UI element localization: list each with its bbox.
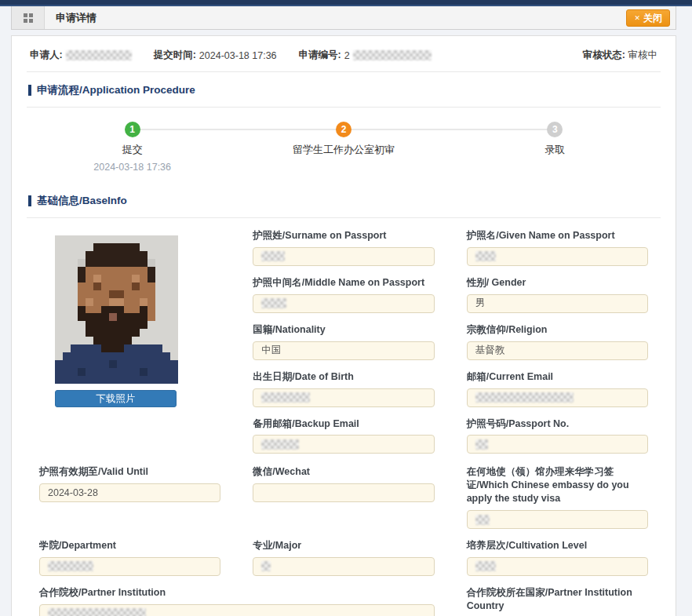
field-cultivation-level: 培养层次/Cultivation Level [467, 539, 648, 576]
application-no-redacted-value [353, 50, 432, 60]
surname-input[interactable] [253, 247, 434, 266]
divider [27, 107, 661, 108]
field-nationality: 国籍/Nationality 中国 [253, 323, 434, 360]
section-bar [28, 195, 31, 206]
base-info-row-a: 下载照片 护照姓/Surname on Passport 护照中间名/Middl… [27, 229, 661, 464]
photo-cell: 下载照片 [39, 229, 220, 464]
valid-until-input[interactable]: 2024-03-28 [39, 483, 220, 502]
passport-no-input[interactable] [467, 435, 648, 454]
application-no-prefix: 2 [344, 50, 350, 61]
procedure-stepper: 1 提交 2024-03-18 17:36 2 留学生工作办公室初审 3 录取 [27, 122, 661, 183]
field-current-email: 邮箱/Current Email [467, 370, 648, 407]
base-info-col-right: 护照名/Given Name on Passport 性别/ Gender 男 … [467, 229, 648, 464]
backup-email-input[interactable] [253, 435, 434, 454]
field-department: 学院/Department [39, 539, 220, 576]
date-of-birth-input[interactable] [253, 388, 434, 407]
base-info-row-d: 合作院校/Partner Institution 合作院校所在国家/Partne… [27, 586, 661, 616]
field-middle-name: 护照中间名/Middle Name on Passport [253, 276, 434, 313]
wechat-input[interactable] [253, 483, 434, 502]
grid-icon [24, 13, 33, 23]
close-label: 关闭 [643, 12, 662, 25]
field-religion: 宗教信仰/Religion 基督教 [467, 323, 648, 360]
applicant-photo [55, 235, 178, 384]
field-date-of-birth: 出生日期/Date of Birth [253, 370, 434, 407]
step-submitted: 1 提交 2024-03-18 17:36 [27, 122, 238, 173]
current-email-input[interactable] [467, 388, 648, 407]
review-status-label: 审核状态: [583, 49, 625, 60]
partner-institution-input[interactable] [39, 604, 435, 616]
section-title: 申请流程/Application Procedure [37, 83, 195, 97]
field-major: 专业/Major [253, 539, 434, 576]
close-icon: ✕ [634, 14, 640, 22]
divider [27, 71, 661, 72]
middle-name-input[interactable] [253, 294, 434, 313]
field-gender: 性别/ Gender 男 [467, 276, 648, 313]
field-embassy: 在何地使（领）馆办理来华学习签证/Which Chinese embassy d… [467, 465, 648, 529]
step-label: 留学生工作办公室初审 [238, 143, 449, 157]
divider [27, 217, 661, 218]
department-input[interactable] [39, 557, 220, 576]
section-title: 基础信息/BaseInfo [37, 194, 127, 208]
field-valid-until: 护照有效期至/Valid Until 2024-03-28 [39, 465, 220, 529]
menu-grid-iconbox[interactable] [12, 6, 45, 29]
section-bar [28, 85, 31, 96]
field-surname: 护照姓/Surname on Passport [253, 229, 434, 266]
gender-input[interactable]: 男 [467, 294, 648, 313]
top-navbar [0, 0, 692, 6]
major-input[interactable] [253, 557, 434, 576]
submit-time-field: 提交时间: 2024-03-18 17:36 [154, 49, 277, 62]
step-label: 提交 [27, 143, 238, 157]
embassy-input[interactable] [467, 510, 648, 529]
step-office-review: 2 留学生工作办公室初审 [238, 122, 449, 173]
application-meta-row: 申请人: 提交时间: 2024-03-18 17:36 申请编号: 2 审核状态… [27, 46, 661, 62]
page-titlebar: 申请详情 ✕ 关闭 [11, 6, 676, 30]
section-base-info: 基础信息/BaseInfo [28, 194, 661, 208]
field-partner-country: 合作院校所在国家/Partner Institution Country [467, 586, 648, 616]
download-photo-button[interactable]: 下载照片 [55, 390, 177, 407]
review-status-field: 审核状态: 审核中 [583, 49, 657, 62]
submit-time-value: 2024-03-18 17:36 [199, 50, 277, 61]
field-backup-email: 备用邮箱/Backup Email [253, 417, 434, 454]
step-label: 录取 [450, 143, 661, 157]
base-info-row-b: 护照有效期至/Valid Until 2024-03-28 微信/Wechat … [27, 465, 661, 539]
given-name-input[interactable] [467, 247, 648, 266]
religion-input[interactable]: 基督教 [467, 341, 648, 360]
step-time: 2024-03-18 17:36 [27, 162, 238, 173]
step-circle-done: 1 [125, 122, 140, 137]
applicant-label: 申请人: [30, 49, 63, 62]
base-info-row-c: 学院/Department 专业/Major 培养层次/Cultivation … [27, 539, 661, 586]
review-status-value: 审核中 [628, 49, 658, 60]
nationality-input[interactable]: 中国 [253, 341, 434, 360]
close-button[interactable]: ✕ 关闭 [626, 9, 670, 27]
field-given-name: 护照名/Given Name on Passport [467, 229, 648, 266]
cultivation-level-input[interactable] [467, 557, 648, 576]
application-no-field: 申请编号: 2 [299, 49, 432, 62]
field-partner-institution: 合作院校/Partner Institution [39, 586, 435, 616]
field-passport-no: 护照号码/Passport No. [467, 417, 648, 454]
base-info-col-middle: 护照姓/Surname on Passport 护照中间名/Middle Nam… [253, 229, 434, 464]
submit-time-label: 提交时间: [154, 49, 196, 62]
field-wechat: 微信/Wechat [253, 465, 434, 529]
applicant-field: 申请人: [30, 49, 132, 62]
application-detail-card: 申请人: 提交时间: 2024-03-18 17:36 申请编号: 2 审核状态… [11, 35, 676, 616]
step-circle-current: 2 [336, 122, 351, 137]
applicant-redacted-value [66, 50, 132, 60]
application-no-label: 申请编号: [299, 49, 341, 62]
step-circle-pending: 3 [547, 122, 563, 137]
section-application-procedure: 申请流程/Application Procedure [28, 83, 661, 97]
step-admission: 3 录取 [450, 122, 661, 173]
page-title: 申请详情 [56, 11, 97, 25]
